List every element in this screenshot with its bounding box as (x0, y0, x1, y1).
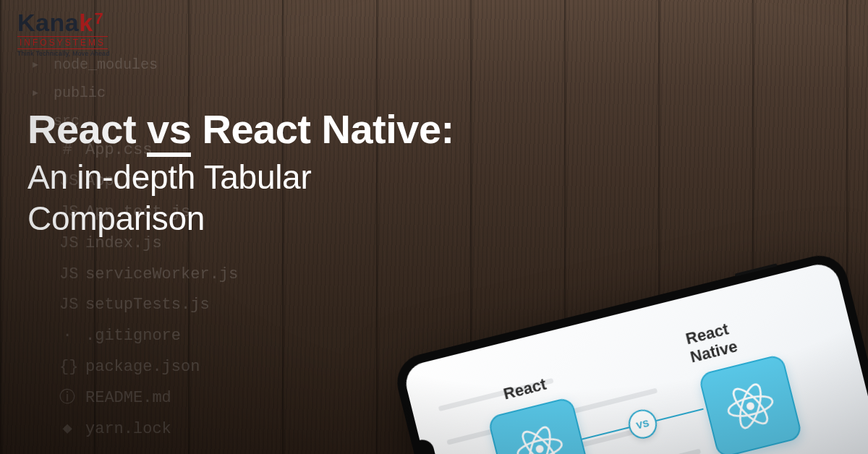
headline-light-2: Comparison (27, 200, 205, 237)
brand-logo: Kanak7 INFOSYSTEMS Think Technically, Mo… (17, 10, 110, 57)
react-atom-icon (506, 415, 574, 454)
comparison-left-label: React (501, 375, 548, 404)
brand-subtitle: INFOSYSTEMS (17, 36, 108, 49)
filetree-icon: ◆ (59, 414, 75, 445)
vs-badge-label: VS (635, 417, 650, 431)
filetree-row: ·.gitignore (20, 321, 238, 352)
svg-point-4 (745, 401, 754, 411)
headline-light: An in-depth Tabular Comparison (27, 157, 454, 240)
filetree-row: ◆yarn.lock (20, 414, 238, 445)
filetree-icon: ⓘ (59, 383, 75, 414)
filetree-filename: setupTests.js (85, 290, 210, 321)
react-native-atom-icon (716, 372, 785, 441)
svg-point-0 (535, 445, 545, 454)
filetree-filename: .gitignore (85, 321, 181, 352)
comparison-left-node: React (480, 370, 592, 454)
filetree-filename: yarn.lock (85, 414, 171, 445)
connector-line-right (656, 408, 704, 421)
headline-light-1: An in-depth Tabular (27, 158, 311, 196)
headline-vs: vs (147, 106, 191, 157)
headline-post: React Native: (191, 106, 454, 152)
vs-badge: VS (626, 407, 660, 442)
filetree-icon: JS (59, 290, 75, 321)
headline: React vs React Native: An in-depth Tabul… (27, 108, 454, 240)
react-native-card (697, 354, 802, 454)
filetree-row: ▸public (20, 79, 238, 107)
react-card (487, 396, 592, 454)
filetree-row: JSsetupTests.js (20, 290, 238, 321)
brand-seven: 7 (95, 9, 104, 27)
filetree-row: ⓘREADME.md (20, 383, 238, 414)
filetree-row: JSserviceWorker.js (20, 260, 238, 291)
filetree-filename: serviceWorker.js (85, 260, 238, 291)
connector-line-left (582, 427, 629, 440)
filetree-filename: README.md (85, 383, 171, 414)
filetree-icon: {} (59, 352, 75, 383)
brand-name-accent: k (79, 9, 93, 36)
brand-name-main: Kana (17, 9, 79, 36)
filetree-icon: ▸ (27, 79, 43, 107)
filetree-filename: public (54, 79, 106, 107)
headline-bold: React vs React Native: (27, 108, 454, 151)
filetree-icon: JS (59, 260, 75, 291)
brand-tagline: Think Technically, Move Ahead (17, 51, 110, 57)
filetree-icon: · (59, 321, 75, 352)
filetree-row: {}package.json (20, 352, 238, 383)
headline-pre: React (27, 106, 147, 152)
filetree-filename: package.json (85, 352, 200, 383)
